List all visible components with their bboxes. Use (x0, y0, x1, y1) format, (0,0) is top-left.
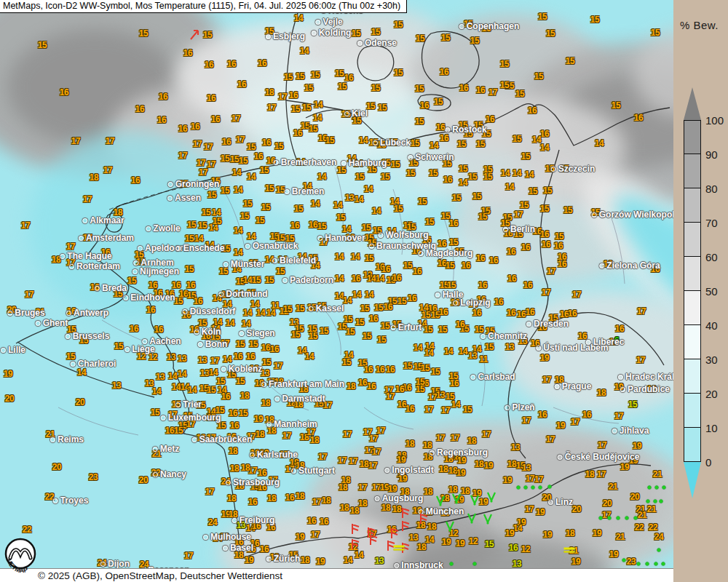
town-marker-icon (239, 331, 244, 336)
temp-label: 16 (386, 364, 395, 375)
legend-segment (684, 188, 701, 223)
temp-label: 13 (513, 559, 521, 569)
town-marker-icon (245, 244, 250, 249)
temp-label: 15 (438, 324, 447, 335)
temp-label: 15 (500, 59, 509, 69)
temp-label: 16 (230, 420, 239, 431)
precip-dot-icon (599, 517, 603, 520)
temp-label: 15 (566, 56, 574, 66)
town-marker-icon (1, 348, 6, 353)
temp-label: 15 (240, 211, 249, 221)
temp-label: 15 (362, 223, 371, 233)
legend-tick: 60 (705, 251, 718, 263)
temp-label: 15 (515, 89, 524, 99)
city-label: Bruges (7, 308, 44, 318)
temp-label: 18 (585, 469, 594, 479)
temp-label: 15 (342, 357, 351, 367)
city-label: Frankfurt am Main (261, 379, 344, 389)
precip-dot-icon (654, 500, 657, 503)
temp-label: 16 (229, 408, 237, 418)
temp-label: 17 (267, 103, 276, 113)
city-label: Copenhagen (459, 21, 520, 31)
temp-label: 16 (634, 113, 643, 123)
legend-segment (684, 428, 701, 462)
temp-label: 19 (245, 555, 253, 565)
temp-label: 13 (505, 342, 514, 352)
town-marker-icon (167, 196, 173, 201)
temp-label: 18 (475, 459, 483, 469)
town-marker-icon (503, 227, 508, 232)
temp-label: 15 (500, 80, 509, 90)
temp-label: 17 (534, 474, 543, 485)
town-marker-icon (100, 562, 106, 567)
temp-label: 14 (335, 252, 344, 262)
city-label: Münster (223, 259, 265, 269)
temp-label: 21 (638, 510, 646, 520)
haze-icon (394, 544, 405, 552)
temp-label: 15 (274, 141, 283, 151)
temp-label: 16 (542, 239, 550, 250)
temp-label: 15 (415, 84, 424, 94)
temp-label: 18 (241, 463, 250, 473)
temp-label: 14 (313, 113, 322, 123)
temp-label: 15 (459, 164, 467, 174)
temp-label: 15 (261, 202, 270, 212)
town-marker-icon (142, 339, 147, 344)
temp-label: 19 (388, 484, 397, 494)
temp-label: 17 (369, 434, 378, 444)
temp-label: 19 (484, 461, 493, 471)
temp-label: 15 (452, 193, 461, 203)
temp-label: 16 (234, 351, 242, 362)
temp-label: 15 (276, 185, 285, 195)
thunderstorm-icon (444, 520, 456, 532)
temp-label: 18 (358, 498, 367, 509)
town-marker-icon (551, 167, 556, 172)
temp-label: 19 (316, 557, 325, 567)
temp-label: 19 (609, 549, 618, 559)
temp-label: 15 (371, 27, 380, 37)
city-label: Groningen (168, 179, 220, 189)
town-marker-icon (176, 246, 181, 251)
legend-tick: 30 (705, 354, 718, 366)
city-label: Karlsruhe (250, 450, 298, 460)
legend-segment (684, 120, 701, 154)
temp-label: 20 (572, 504, 581, 514)
town-marker-icon (620, 387, 625, 392)
temp-label: 20 (603, 498, 612, 509)
legend-segment (684, 291, 701, 325)
temp-label: 23 (89, 472, 98, 482)
city-label: Assen (167, 193, 201, 203)
temp-label: 17 (311, 530, 320, 540)
temp-label: 14 (372, 206, 381, 216)
city-label: Dijon (100, 559, 130, 569)
temp-label: 15 (207, 385, 215, 395)
temp-label: 16 (489, 255, 498, 266)
temp-label: 16 (248, 497, 257, 507)
temp-label: 13 (409, 533, 418, 543)
temp-label: 16 (369, 314, 378, 324)
town-marker-icon (66, 334, 71, 339)
temp-label: 15 (540, 204, 549, 214)
city-label: Trier (175, 399, 202, 410)
temp-label: 17 (428, 392, 437, 402)
temp-label: 17 (204, 142, 213, 152)
city-label: Freiburg (232, 515, 275, 525)
temp-label: 15 (221, 154, 229, 164)
temp-label: 15 (296, 303, 304, 314)
temp-label: 16 (476, 253, 485, 263)
legend-tick: 0 (705, 456, 711, 469)
city-label: Leipzig (453, 298, 490, 308)
temp-label: 20 (5, 394, 14, 404)
town-marker-icon (266, 422, 272, 427)
temp-label: 15 (520, 200, 529, 210)
precip-dot-icon (608, 517, 612, 520)
temp-label: 18 (52, 255, 60, 265)
temp-label: 18 (240, 391, 249, 401)
precip-dot-icon (450, 562, 454, 566)
temp-label: 15 (203, 30, 212, 40)
town-marker-icon (369, 244, 374, 249)
metmaps-logo[interactable]: METMAPS (2, 536, 39, 578)
city-label: Saarbrücken (192, 434, 253, 445)
temp-label: 19 (456, 468, 465, 478)
temp-label: 15 (309, 331, 317, 341)
